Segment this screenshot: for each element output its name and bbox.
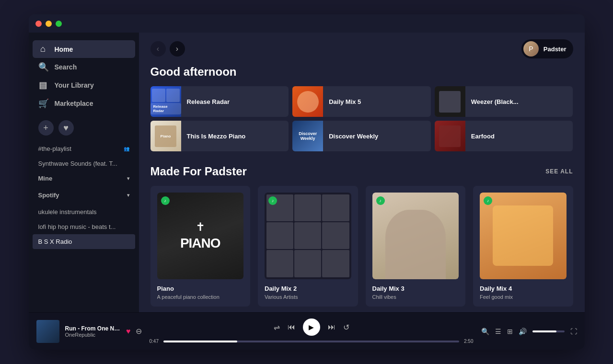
music-card-duo[interactable]: ♪ Daily Mix 4 Feel good mix	[473, 186, 573, 307]
minimize-button[interactable]	[46, 21, 52, 27]
playlist-label: ukulele instrumentals	[38, 208, 97, 216]
add-playlist-button[interactable]: +	[38, 120, 54, 136]
duo-art-bg	[480, 193, 567, 279]
release-radar-art: Release Radar	[150, 86, 181, 117]
back-button[interactable]: ‹	[150, 41, 166, 57]
spotify-badge: ♪	[268, 196, 277, 205]
library-icon: ▤	[38, 80, 48, 91]
chevron-down-icon: ▾	[127, 193, 129, 198]
piano-cross: ✝	[196, 220, 205, 234]
forward-button[interactable]: ›	[170, 41, 185, 57]
home-icon: ⌂	[38, 44, 48, 54]
spotify-badge: ♪	[376, 196, 385, 205]
play-pause-button[interactable]: ▶	[303, 318, 320, 336]
quick-card-discover-weekly[interactable]: DiscoverWeekly Discover Weekly	[292, 121, 431, 151]
sidebar-item-search-label: Search	[55, 63, 77, 71]
like-button[interactable]: ♥	[126, 327, 131, 336]
traffic-lights	[35, 21, 62, 27]
duo-card-art: ♪	[480, 193, 567, 279]
daily-mix-5-art	[292, 86, 323, 117]
made-for-section-header: Made For Padster SEE ALL	[150, 165, 573, 178]
sidebar-actions: + ♥	[29, 116, 139, 141]
quick-card-mezzo[interactable]: Piano This Is Mezzo Piano	[150, 121, 289, 151]
music-card-collage[interactable]: ♪ Daily Mix 2 Various Artists	[258, 186, 358, 307]
filter-spotify-label: Spotify	[38, 192, 59, 199]
close-button[interactable]	[35, 21, 42, 27]
sidebar-item-marketplace-label: Marketplace	[55, 100, 93, 107]
progress-bar[interactable]	[163, 341, 459, 342]
next-button[interactable]: ⏭	[328, 323, 335, 331]
remove-button[interactable]: ⊖	[136, 327, 142, 336]
search-lyrics-button[interactable]: 🔍	[481, 328, 489, 335]
playlist-label: lofi hip hop music - beats t...	[38, 223, 116, 230]
progress-fill	[163, 341, 237, 342]
window-body: ⌂ Home 🔍 Search ▤ Your Library 🛒 Marketp…	[29, 33, 585, 312]
playlist-item-the-playlist[interactable]: #the-playlist 👥	[33, 141, 135, 156]
player-progress: 0:47 2:50	[150, 339, 474, 344]
piano-card-art: ✝ PIANO ♪	[157, 193, 244, 279]
music-card-person[interactable]: ♪ Daily Mix 3 Chill vibes	[366, 186, 466, 307]
player-controls: ⇌ ⏮ ▶ ⏭ ↺	[274, 318, 349, 336]
avatar-image: P	[523, 41, 539, 57]
playlist-item-synthwave[interactable]: Synthwave Sounds (feat. T...	[33, 156, 135, 171]
music-card-title: Daily Mix 4	[480, 285, 567, 292]
volume-button[interactable]: 🔊	[519, 328, 527, 335]
spotify-badge: ♪	[161, 196, 170, 205]
music-card-piano[interactable]: ✝ PIANO ♪ Piano A peaceful piano collect…	[150, 186, 251, 307]
volume-bar[interactable]	[532, 330, 565, 332]
quick-card-weezer[interactable]: Weezer (Black...	[435, 86, 573, 117]
playlist-item-ukulele[interactable]: ukulele instrumentals	[33, 205, 135, 219]
piano-text: PIANO	[180, 236, 220, 251]
repeat-button[interactable]: ↺	[343, 323, 349, 332]
sidebar-item-home[interactable]: ⌂ Home	[33, 40, 135, 58]
sidebar-item-library[interactable]: ▤ Your Library	[33, 76, 135, 94]
user-profile[interactable]: P Padster	[521, 39, 573, 58]
quick-card-release-radar[interactable]: Release Radar Release Radar	[150, 86, 289, 117]
marketplace-icon: 🛒	[38, 98, 48, 109]
liked-songs-button[interactable]: ♥	[58, 120, 74, 136]
playlist-item-lofi[interactable]: lofi hip hop music - beats t...	[33, 219, 135, 234]
music-card-title: Daily Mix 2	[265, 285, 351, 292]
quick-card-earfood[interactable]: Earfood	[435, 121, 573, 151]
sidebar-item-search[interactable]: 🔍 Search	[33, 58, 135, 76]
playlist-item-bsx[interactable]: B S X Radio	[33, 234, 135, 249]
player-song-title: Run - From One Night In M	[65, 325, 121, 332]
quick-card-label: Daily Mix 5	[323, 98, 367, 105]
sidebar-item-marketplace[interactable]: 🛒 Marketplace	[33, 94, 135, 113]
quick-card-label: Release Radar	[181, 98, 236, 105]
quick-card-daily-mix-5[interactable]: Daily Mix 5	[292, 86, 431, 117]
earfood-art	[435, 121, 465, 151]
filter-mine-row[interactable]: Mine ▾	[38, 173, 129, 184]
filter-mine-label: Mine	[38, 175, 53, 182]
previous-button[interactable]: ⏮	[288, 323, 295, 331]
search-icon: 🔍	[38, 62, 48, 72]
player-info: Run - From One Night In M OneRepublic	[65, 325, 121, 338]
music-card-subtitle: Chill vibes	[372, 294, 459, 300]
queue-button[interactable]: ☰	[495, 328, 501, 335]
person-art-bg	[372, 193, 459, 279]
made-for-title: Made For Padster	[150, 165, 247, 178]
see-all-button[interactable]: SEE ALL	[545, 168, 573, 175]
music-card-subtitle: Various Artists	[265, 294, 351, 300]
mezzo-art: Piano	[150, 121, 181, 151]
filter-spotify-row[interactable]: Spotify ▾	[38, 190, 129, 201]
player: Run - From One Night In M OneRepublic ♥ …	[29, 312, 585, 350]
player-left: Run - From One Night In M OneRepublic ♥ …	[36, 320, 142, 343]
maximize-button[interactable]	[56, 21, 62, 27]
collage-art-bg	[265, 193, 351, 279]
player-artist: OneRepublic	[65, 332, 121, 338]
discover-weekly-art: DiscoverWeekly	[292, 121, 323, 151]
total-time: 2:50	[464, 339, 473, 344]
devices-button[interactable]: ⊞	[507, 328, 513, 335]
playlist-label: #the-playlist	[38, 145, 71, 152]
person-silhouette	[385, 210, 446, 279]
current-time: 0:47	[150, 339, 159, 344]
fullscreen-button[interactable]: ⛶	[570, 328, 577, 335]
player-art	[36, 320, 59, 343]
music-card-title: Daily Mix 3	[372, 285, 459, 292]
collage-card-art: ♪	[265, 193, 351, 279]
shuffle-button[interactable]: ⇌	[274, 323, 280, 332]
music-card-subtitle: Feel good mix	[480, 294, 567, 300]
piano-art-bg: ✝ PIANO	[157, 193, 244, 279]
avatar: P	[523, 41, 539, 57]
